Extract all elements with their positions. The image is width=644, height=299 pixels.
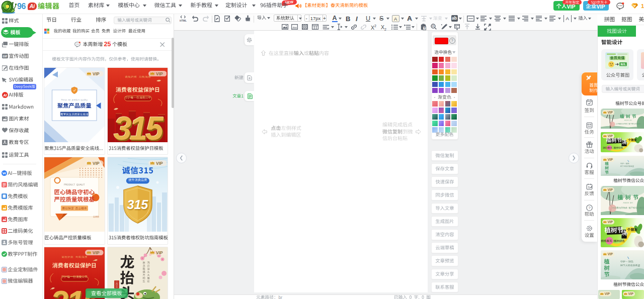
svg-text:VIP: VIP xyxy=(155,71,163,76)
svg-text:VIP: VIP xyxy=(155,250,163,255)
svg-text:VIP: VIP xyxy=(93,160,100,165)
svg-text:HTML: HTML xyxy=(180,19,187,22)
svg-text:VIP: VIP xyxy=(607,134,613,138)
svg-text:VIP: VIP xyxy=(607,220,613,224)
svg-text:VIP: VIP xyxy=(607,188,613,191)
svg-text:VIP: VIP xyxy=(628,292,634,295)
svg-text:T: T xyxy=(424,27,426,30)
svg-text:,,: ,, xyxy=(328,26,330,29)
svg-text:VIP: VIP xyxy=(155,160,163,165)
svg-text:R: R xyxy=(432,25,435,28)
svg-text:GIF: GIF xyxy=(3,55,8,58)
svg-text:VIP: VIP xyxy=(605,292,610,295)
svg-text:AI: AI xyxy=(3,93,8,97)
svg-text:VIP: VIP xyxy=(607,158,613,161)
svg-text:VIP: VIP xyxy=(93,71,100,76)
svg-text:VIP: VIP xyxy=(93,250,100,255)
svg-text:VIP: VIP xyxy=(607,111,613,114)
svg-text:VIP: VIP xyxy=(607,252,613,256)
svg-text:?: ? xyxy=(588,206,591,210)
